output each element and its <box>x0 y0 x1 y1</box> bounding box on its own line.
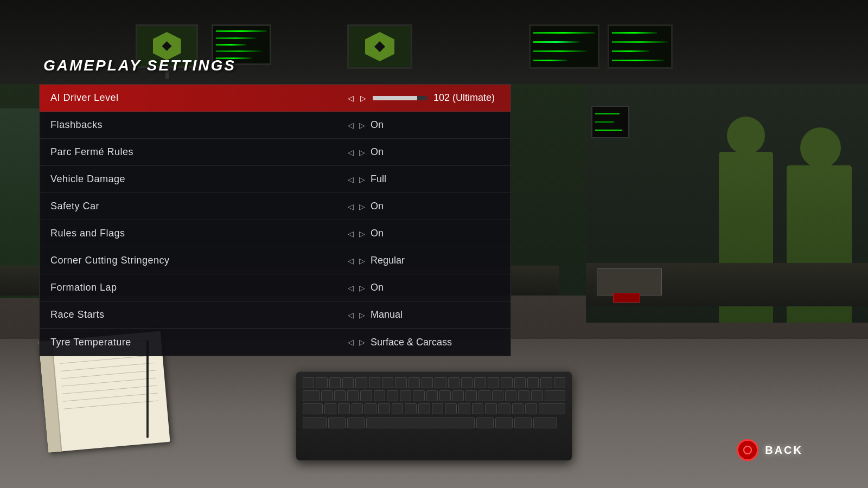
key <box>492 390 503 401</box>
setting-label-corner-cutting-stringency: Corner Cutting Stringency <box>50 255 348 266</box>
notebook-line <box>63 393 157 401</box>
arrow-left-rules-and-flags[interactable]: ◁ <box>348 229 354 238</box>
key <box>413 390 424 401</box>
setting-value-tyre-temperature: Surface & Carcass <box>371 337 452 348</box>
arrow-right-safety-car[interactable]: ▷ <box>359 202 365 211</box>
setting-value-ai-driver-level: 102 (Ultimate) <box>433 92 495 104</box>
setting-label-safety-car: Safety Car <box>50 201 348 212</box>
arrow-left-tyre-temperature[interactable]: ◁ <box>348 338 354 346</box>
setting-value-flashbacks: On <box>371 119 384 131</box>
key <box>514 418 532 428</box>
arrow-right-rules-and-flags[interactable]: ▷ <box>359 229 365 238</box>
back-label: BACK <box>765 444 803 457</box>
setting-row-vehicle-damage[interactable]: Vehicle Damage◁▷Full <box>40 166 510 193</box>
data-line <box>216 50 262 52</box>
r2-data-line <box>612 41 668 43</box>
logo-inner-1 <box>162 41 172 51</box>
key-ctrl <box>303 418 327 428</box>
arrow-left-ai-driver-level[interactable]: ◁ <box>348 94 354 102</box>
key <box>461 377 473 388</box>
arrow-right-vehicle-damage[interactable]: ▷ <box>359 175 365 184</box>
setting-row-race-starts[interactable]: Race Starts◁▷Manual <box>40 301 510 329</box>
arrow-right-race-starts[interactable]: ▷ <box>359 311 365 319</box>
progress-container-ai-driver-level: ◁▷102 (Ultimate) <box>348 92 495 104</box>
setting-label-rules-and-flags: Rules and Flags <box>50 228 348 239</box>
key-spacebar <box>366 418 475 428</box>
setting-row-ai-driver-level[interactable]: AI Driver Level◁▷102 (Ultimate) <box>40 85 510 112</box>
r2-data-line <box>612 32 657 34</box>
key <box>472 403 484 414</box>
right-equipment <box>597 268 662 296</box>
setting-value-vehicle-damage: Full <box>371 174 386 185</box>
ceiling-bg <box>0 0 868 92</box>
key-row-4 <box>303 418 565 428</box>
key <box>374 390 385 401</box>
sm-line <box>595 121 614 123</box>
key <box>476 418 494 428</box>
back-circle-icon <box>737 439 758 461</box>
key <box>540 377 552 388</box>
setting-row-rules-and-flags[interactable]: Rules and Flags◁▷On <box>40 220 510 247</box>
setting-label-formation-lap: Formation Lap <box>50 282 348 293</box>
person-2-head <box>800 127 841 168</box>
setting-row-flashbacks[interactable]: Flashbacks◁▷On <box>40 112 510 139</box>
arrow-left-parc-ferme-rules[interactable]: ◁ <box>348 148 354 157</box>
key <box>533 418 557 428</box>
arrow-left-vehicle-damage[interactable]: ◁ <box>348 175 354 184</box>
key <box>465 390 477 401</box>
setting-label-flashbacks: Flashbacks <box>50 119 348 131</box>
key <box>347 390 359 401</box>
right-people-area <box>586 84 868 323</box>
setting-row-safety-car[interactable]: Safety Car◁▷On <box>40 193 510 220</box>
setting-row-tyre-temperature[interactable]: Tyre Temperature◁▷Surface & Carcass <box>40 329 510 356</box>
key <box>527 377 539 388</box>
setting-value-parc-ferme-rules: On <box>371 146 384 158</box>
arrow-left-safety-car[interactable]: ◁ <box>348 202 354 211</box>
key <box>448 377 459 388</box>
back-button[interactable]: BACK <box>737 439 803 461</box>
arrow-left-formation-lap[interactable]: ◁ <box>348 284 354 292</box>
red-indicator <box>613 293 640 303</box>
arrow-left-flashbacks[interactable]: ◁ <box>348 121 354 130</box>
key <box>382 377 393 388</box>
data-display-2 <box>216 29 267 61</box>
data-line <box>216 44 246 46</box>
r-data-line <box>533 60 567 61</box>
arrow-left-race-starts[interactable]: ◁ <box>348 311 354 319</box>
arrow-right-parc-ferme-rules[interactable]: ▷ <box>359 148 365 157</box>
setting-value-corner-cutting-stringency: Regular <box>371 255 405 266</box>
key <box>485 403 497 414</box>
notebook-line <box>63 400 158 409</box>
arrow-right-flashbacks[interactable]: ▷ <box>359 121 365 130</box>
key <box>392 403 404 414</box>
setting-label-ai-driver-level: AI Driver Level <box>50 92 348 104</box>
key <box>303 403 323 414</box>
setting-row-parc-ferme-rules[interactable]: Parc Fermé Rules◁▷On <box>40 139 510 166</box>
arrow-right-corner-cutting-stringency[interactable]: ▷ <box>359 256 365 265</box>
key <box>525 403 537 414</box>
arrow-right-tyre-temperature[interactable]: ▷ <box>359 338 365 346</box>
arrow-left-corner-cutting-stringency[interactable]: ◁ <box>348 256 354 265</box>
key <box>478 390 490 401</box>
key <box>488 377 499 388</box>
key <box>369 377 380 388</box>
arrow-right-formation-lap[interactable]: ▷ <box>359 284 365 292</box>
small-monitor-data <box>592 107 628 137</box>
setting-control-corner-cutting-stringency: ◁▷Regular <box>348 255 500 266</box>
key <box>355 377 367 388</box>
setting-row-corner-cutting-stringency[interactable]: Corner Cutting Stringency◁▷Regular <box>40 247 510 274</box>
setting-label-parc-ferme-rules: Parc Fermé Rules <box>50 146 348 158</box>
key <box>505 390 516 401</box>
arrow-right-ai-driver-level[interactable]: ▷ <box>360 94 366 102</box>
key <box>338 403 350 414</box>
key <box>499 403 510 414</box>
setting-row-formation-lap[interactable]: Formation Lap◁▷On <box>40 274 510 301</box>
key <box>514 377 526 388</box>
key <box>512 403 524 414</box>
setting-control-safety-car: ◁▷On <box>348 201 500 212</box>
notebook-line <box>61 370 156 379</box>
center-monitor <box>347 24 412 69</box>
key <box>554 377 565 388</box>
key <box>422 377 433 388</box>
key <box>352 403 363 414</box>
